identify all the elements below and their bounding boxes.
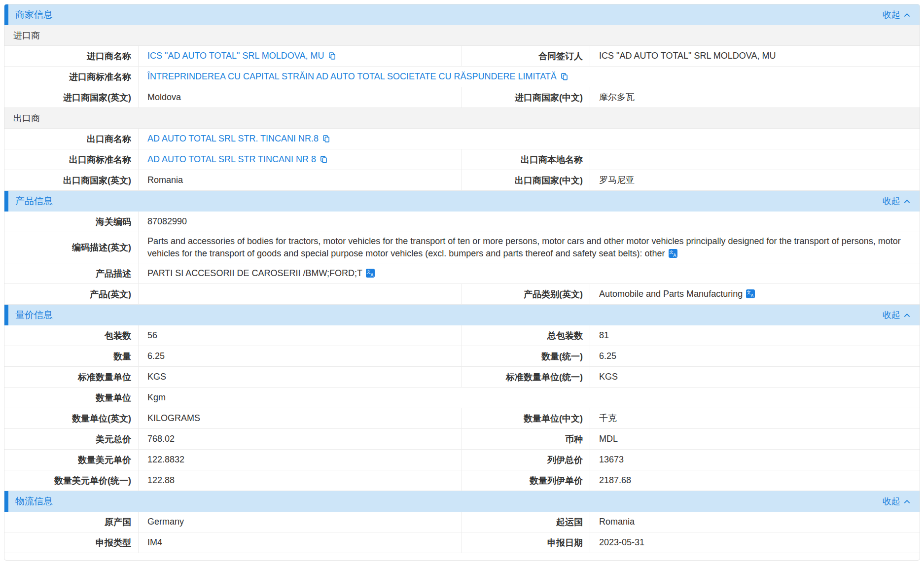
field-value-wrap: 6.25	[599, 350, 616, 362]
copy-icon[interactable]	[322, 135, 330, 143]
translate-icon[interactable]: 文A	[669, 249, 677, 258]
field-label: 编码描述(英文)	[4, 232, 139, 263]
field-label-text: 数量美元单价	[78, 454, 131, 466]
field-value-text: 罗马尼亚	[599, 175, 635, 185]
field-row: 产品(英文)产品类别(英文)Automobile and Parts Manuf…	[4, 284, 920, 305]
field-label: 起运国	[462, 512, 590, 532]
field-label: 出口商标准名称	[4, 149, 139, 170]
field-value: ICS "AD AUTO TOTAL" SRL MOLDOVA, MU	[139, 46, 462, 66]
field-label: 币种	[462, 429, 590, 449]
field-value-link[interactable]: AD AUTO TOTAL SRL STR TINCANI NR 8	[147, 154, 316, 164]
section-title: 产品信息	[8, 195, 53, 208]
field-value: KGS	[139, 367, 462, 387]
field-row: 产品描述PARTI SI ACCESORII DE CAROSERII /BMW…	[4, 263, 920, 284]
collapse-button[interactable]: 收起	[883, 309, 920, 321]
field-label-text: 包装数	[105, 330, 131, 342]
field-value-link[interactable]: AD AUTO TOTAL SRL STR. TINCANI NR.8	[147, 134, 319, 143]
translate-icon[interactable]: 文A	[746, 289, 755, 298]
field-value-text: 81	[599, 330, 609, 340]
field-label-text: 产品类别(英文)	[524, 288, 583, 300]
field-value-wrap: AD AUTO TOTAL SRL STR. TINCANI NR.8	[147, 133, 330, 145]
copy-icon[interactable]	[320, 155, 328, 164]
field-value-text: KGS	[599, 372, 618, 382]
field-value-wrap: 罗马尼亚	[599, 174, 635, 186]
field-row: 出口商名称AD AUTO TOTAL SRL STR. TINCANI NR.8	[4, 129, 920, 149]
svg-text:A: A	[673, 253, 676, 258]
copy-icon[interactable]	[328, 52, 336, 60]
field-label-text: 合同签订人	[538, 50, 583, 62]
field-label: 总包装数	[462, 325, 590, 346]
field-label: 海关编码	[4, 212, 139, 232]
collapse-button[interactable]: 收起	[883, 9, 920, 21]
svg-text:A: A	[371, 273, 374, 278]
field-label: 产品类别(英文)	[462, 284, 590, 304]
field-label-text: 出口商名称	[87, 133, 131, 145]
field-value-link[interactable]: ÎNTREPRINDEREA CU CAPITAL STRĂIN AD AUTO…	[147, 71, 557, 81]
field-label-text: 出口商国家(英文)	[63, 175, 131, 186]
field-label-text: 海关编码	[96, 216, 131, 228]
field-row: 数量单位Kgm	[4, 388, 920, 408]
collapse-button[interactable]: 收起	[883, 195, 920, 207]
field-value-wrap: 56	[147, 329, 157, 342]
group-subheader-label: 进口商	[13, 30, 40, 41]
field-value-text: Moldova	[147, 92, 181, 102]
copy-icon[interactable]	[560, 72, 569, 81]
section-2: 量价信息收起包装数56总包装数81数量6.25数量(统一)6.25标准数量单位K…	[4, 305, 920, 491]
field-row: 原产国Germany起运国Romania	[4, 512, 920, 532]
field-row: 出口商国家(英文)Romania出口商国家(中文)罗马尼亚	[4, 170, 920, 191]
field-value: 122.8832	[139, 450, 462, 470]
field-value: ICS "AD AUTO TOTAL" SRL MOLDOVA, MU	[590, 46, 920, 66]
field-value-text: MDL	[599, 434, 618, 444]
field-value-wrap: Moldova	[147, 91, 181, 104]
field-label-text: 出口商标准名称	[69, 154, 131, 166]
chevron-up-icon	[903, 498, 911, 505]
field-label-text: 申报日期	[547, 537, 583, 549]
field-label-text: 列伊总价	[547, 454, 583, 466]
field-label: 数量美元单价(统一)	[4, 470, 139, 491]
field-value-text: 千克	[599, 413, 617, 423]
section-accent-bar	[4, 4, 8, 25]
field-label-text: 数量(统一)	[541, 351, 583, 362]
field-value-text: ICS "AD AUTO TOTAL" SRL MOLDOVA, MU	[599, 51, 776, 61]
field-value: 87082990	[139, 212, 920, 232]
field-label: 原产国	[4, 512, 139, 532]
field-value: ÎNTREPRINDEREA CU CAPITAL STRĂIN AD AUTO…	[139, 67, 920, 87]
svg-text:A: A	[751, 293, 754, 298]
field-row: 进口商标准名称ÎNTREPRINDEREA CU CAPITAL STRĂIN …	[4, 67, 920, 87]
field-value-text: Romania	[147, 175, 183, 185]
field-row: 数量单位(英文)KILOGRAMS数量单位(中文)千克	[4, 408, 920, 429]
field-value-wrap: ÎNTREPRINDEREA CU CAPITAL STRĂIN AD AUTO…	[147, 71, 569, 83]
field-value-text: Romania	[599, 517, 635, 527]
collapse-label: 收起	[883, 195, 900, 207]
field-value-wrap: 千克	[599, 412, 617, 424]
collapse-label: 收起	[883, 9, 900, 21]
field-label: 出口商本地名称	[462, 149, 590, 170]
field-label: 进口商标准名称	[4, 67, 139, 87]
field-label-text: 产品(英文)	[90, 288, 131, 300]
field-value: 56	[139, 325, 462, 346]
field-label: 数量(统一)	[462, 346, 590, 366]
field-value-wrap: 2023-05-31	[599, 536, 644, 549]
field-value: 6.25	[139, 346, 462, 366]
field-label: 数量单位(英文)	[4, 408, 139, 428]
field-label: 标准数量单位	[4, 367, 139, 387]
collapse-button[interactable]: 收起	[883, 495, 920, 507]
field-value-text: 6.25	[147, 351, 165, 361]
field-value-link[interactable]: ICS "AD AUTO TOTAL" SRL MOLDOVA, MU	[147, 51, 324, 61]
field-value-wrap: KGS	[599, 371, 618, 383]
field-value-wrap: 摩尔多瓦	[599, 91, 635, 104]
field-value-text: Kgm	[147, 392, 166, 402]
field-value-wrap: Germany	[147, 516, 184, 528]
field-row: 出口商标准名称AD AUTO TOTAL SRL STR TINCANI NR …	[4, 149, 920, 170]
field-value-wrap: 6.25	[147, 350, 165, 362]
translate-icon[interactable]: 文A	[366, 269, 375, 278]
field-label-text: 出口商本地名称	[521, 154, 583, 166]
field-row: 申报类型IM4申报日期2023-05-31	[4, 532, 920, 553]
field-value: KGS	[590, 367, 920, 387]
field-row: 数量6.25数量(统一)6.25	[4, 346, 920, 367]
section-header: 产品信息收起	[4, 191, 920, 212]
field-value-wrap: 122.8832	[147, 454, 184, 466]
chevron-up-icon	[903, 312, 911, 319]
field-value-text: 87082990	[147, 216, 187, 226]
field-value-wrap: IM4	[147, 536, 162, 549]
